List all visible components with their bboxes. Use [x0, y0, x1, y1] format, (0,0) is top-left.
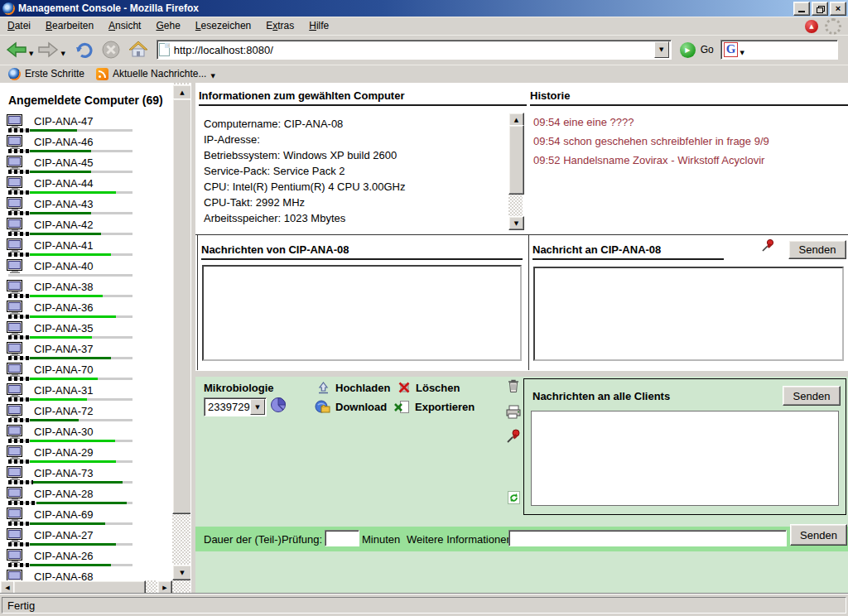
restore-button[interactable] [812, 2, 828, 16]
message-to-box[interactable] [533, 267, 844, 361]
computer-list-item[interactable]: CIP-ANA-35 [0, 320, 172, 340]
pushpin-icon[interactable] [505, 428, 522, 444]
combo-dropdown-button[interactable]: ▼ [250, 399, 265, 415]
stop-button[interactable] [100, 37, 122, 62]
computer-name[interactable]: CIP-ANA-43 [34, 198, 94, 210]
trash-button[interactable] [505, 378, 522, 393]
menu-item-lesezeichen[interactable]: Lesezeichen [188, 17, 258, 34]
computer-list-item[interactable]: CIP-ANA-31 [0, 382, 172, 402]
pushpin-icon[interactable] [761, 238, 775, 256]
computer-name[interactable]: CIP-ANA-28 [34, 488, 94, 500]
computer-name[interactable]: CIP-ANA-30 [34, 426, 94, 438]
computer-name[interactable]: CIP-ANA-44 [34, 177, 94, 190]
refresh-button[interactable] [505, 491, 522, 504]
computer-name[interactable]: CIP-ANA-26 [34, 550, 94, 562]
forward-button[interactable] [36, 37, 60, 62]
url-bar[interactable]: http://localhost:8080/ ▼ [157, 40, 672, 60]
computer-name[interactable]: CIP-ANA-73 [34, 467, 94, 479]
computer-name[interactable]: CIP-ANA-70 [34, 363, 94, 376]
scrollbar-thumb[interactable] [13, 580, 146, 594]
computer-list-item[interactable]: CIP-ANA-30 [0, 423, 172, 444]
broadcast-message-box[interactable] [531, 411, 839, 506]
computer-name[interactable]: CIP-ANA-46 [34, 136, 94, 148]
send-to-all-button[interactable]: Senden [783, 386, 841, 406]
go-button[interactable]: ▶ [680, 42, 696, 58]
computer-list-item[interactable]: CIP-ANA-37 [0, 340, 172, 361]
bookmark-dropdown-icon[interactable]: ▼ [210, 73, 214, 79]
computer-name[interactable]: CIP-ANA-27 [34, 529, 94, 541]
bookmark-label[interactable]: Aktuelle Nachrichte... [113, 68, 206, 79]
computer-name[interactable]: CIP-ANA-35 [34, 322, 94, 334]
computer-name[interactable]: CIP-ANA-38 [34, 281, 94, 293]
menu-item-hilfe[interactable]: Hilfe [301, 17, 336, 34]
computer-name[interactable]: CIP-ANA-36 [34, 301, 94, 314]
send-exam-info-button[interactable]: Senden [790, 524, 847, 546]
computer-list-item[interactable]: CIP-ANA-36 [0, 299, 172, 320]
computer-list-item[interactable]: CIP-ANA-27 [0, 527, 172, 547]
computer-name[interactable]: CIP-ANA-69 [34, 508, 94, 521]
computer-name[interactable]: CIP-ANA-68 [34, 570, 94, 580]
computer-name[interactable]: CIP-ANA-29 [34, 446, 94, 459]
scroll-right-button[interactable]: ▶ [157, 580, 172, 594]
computer-list-item[interactable]: CIP-ANA-26 [0, 547, 172, 568]
computer-list-item[interactable]: CIP-ANA-28 [0, 485, 172, 506]
computer-list-item[interactable]: CIP-ANA-42 [0, 216, 172, 237]
computer-list-item[interactable]: CIP-ANA-46 [0, 133, 172, 154]
upload-label[interactable]: Hochladen [335, 382, 390, 394]
export-button[interactable]: Exportieren [394, 400, 475, 414]
back-button[interactable] [5, 37, 28, 62]
send-to-computer-button[interactable]: Senden [788, 240, 846, 259]
back-dropdown-icon[interactable]: ▼ [29, 51, 33, 57]
scrollbar-thumb[interactable] [172, 99, 192, 514]
url-input[interactable]: http://localhost:8080/ [174, 44, 650, 56]
computer-list-item[interactable]: CIP-ANA-40 [0, 257, 172, 278]
minimize-button[interactable] [793, 2, 810, 16]
computer-name[interactable]: CIP-ANA-47 [34, 115, 94, 128]
computer-name[interactable]: CIP-ANA-31 [34, 384, 94, 397]
computer-name[interactable]: CIP-ANA-45 [34, 156, 94, 169]
menu-item-gehe[interactable]: Gehe [148, 17, 187, 34]
menu-item-datei[interactable]: Datei [0, 17, 38, 34]
computer-list-item[interactable]: CIP-ANA-41 [0, 237, 172, 257]
computer-name[interactable]: CIP-ANA-72 [34, 405, 94, 417]
export-label[interactable]: Exportieren [415, 401, 475, 413]
scrollbar-thumb[interactable] [508, 125, 524, 195]
delete-button[interactable]: Löschen [398, 381, 460, 394]
reload-button[interactable] [74, 37, 95, 62]
close-button[interactable]: × [830, 2, 846, 16]
download-button[interactable]: Download [315, 400, 387, 414]
computer-list-item[interactable]: CIP-ANA-70 [0, 361, 172, 382]
pie-chart-icon[interactable] [270, 397, 287, 416]
delete-label[interactable]: Löschen [416, 382, 460, 394]
menu-item-ansicht[interactable]: Ansicht [101, 17, 148, 34]
computer-name[interactable]: CIP-ANA-42 [34, 219, 94, 231]
computer-name[interactable]: CIP-ANA-40 [34, 260, 94, 272]
computer-list-item[interactable]: CIP-ANA-43 [0, 195, 172, 216]
scroll-down-button[interactable]: ▼ [172, 565, 192, 580]
download-label[interactable]: Download [335, 401, 387, 413]
bookmark-erste-schritte[interactable]: Erste Schritte [5, 68, 88, 80]
bookmark-label[interactable]: Erste Schritte [25, 68, 84, 79]
duration-input[interactable] [325, 530, 359, 546]
forward-dropdown-icon[interactable]: ▼ [60, 51, 65, 57]
bookmark-aktuelle-nachrichten[interactable]: Aktuelle Nachrichte... ▼ [93, 68, 219, 80]
computer-list-item[interactable]: CIP-ANA-47 [0, 113, 172, 133]
home-button[interactable] [127, 37, 150, 62]
search-engine-dropdown-icon[interactable]: ▼ [740, 50, 744, 56]
go-label[interactable]: Go [701, 44, 714, 55]
computer-list-item[interactable]: CIP-ANA-45 [0, 154, 172, 175]
computer-list-item[interactable]: CIP-ANA-73 [0, 464, 172, 485]
computer-name[interactable]: CIP-ANA-41 [34, 239, 94, 252]
info-panel-scrollbar[interactable]: ▲ ▼ [508, 113, 523, 230]
search-box[interactable]: G ▼ [720, 40, 838, 60]
update-alert-icon[interactable]: ▲ [805, 20, 818, 33]
menu-item-extras[interactable]: Extras [258, 17, 301, 34]
url-dropdown-button[interactable]: ▼ [654, 41, 669, 58]
computer-list-item[interactable]: CIP-ANA-29 [0, 444, 172, 464]
sidebar-vertical-scrollbar[interactable]: ▲ ▼ [172, 83, 190, 594]
menu-item-bearbeiten[interactable]: Bearbeiten [38, 17, 101, 34]
upload-button[interactable]: Hochladen [316, 381, 390, 395]
computer-list-item[interactable]: CIP-ANA-69 [0, 506, 172, 527]
messages-from-box[interactable] [202, 265, 522, 361]
exam-select[interactable]: 2339729 ▼ [204, 397, 267, 416]
